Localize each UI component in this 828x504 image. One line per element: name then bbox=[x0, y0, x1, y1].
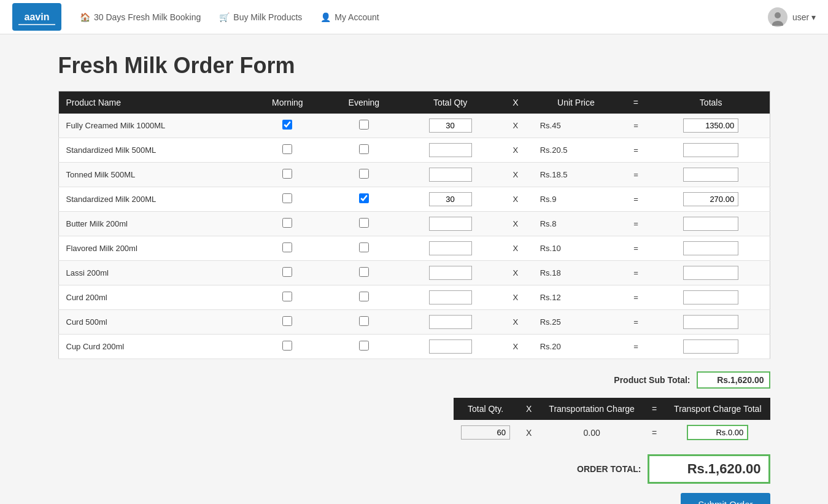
morning-checkbox[interactable] bbox=[282, 316, 292, 326]
username-label[interactable]: user ▾ bbox=[792, 12, 816, 22]
aavin-logo[interactable]: aavin bbox=[12, 3, 61, 31]
morning-cell bbox=[249, 236, 326, 261]
evening-cell bbox=[326, 163, 403, 187]
col-total-qty: Total Qty bbox=[402, 91, 498, 114]
evening-checkbox[interactable] bbox=[359, 169, 369, 179]
qty-input[interactable] bbox=[429, 143, 472, 157]
evening-checkbox[interactable] bbox=[359, 292, 369, 301]
evening-cell bbox=[326, 212, 403, 236]
nav-my-account[interactable]: 👤 My Account bbox=[320, 12, 379, 22]
total-input[interactable] bbox=[683, 118, 738, 133]
table-header: Product Name Morning Evening Total Qty X… bbox=[58, 91, 770, 114]
qty-input[interactable] bbox=[429, 118, 472, 133]
total-input[interactable] bbox=[683, 315, 738, 329]
nav-links: 🏠 30 Days Fresh Milk Booking 🛒 Buy Milk … bbox=[80, 12, 768, 22]
morning-checkbox[interactable] bbox=[282, 267, 292, 277]
eq-cell: = bbox=[619, 163, 652, 187]
qty-input[interactable] bbox=[429, 241, 472, 255]
morning-cell bbox=[249, 163, 326, 187]
x-cell: X bbox=[498, 236, 533, 261]
qty-input[interactable] bbox=[429, 339, 472, 354]
morning-checkbox[interactable] bbox=[282, 120, 292, 130]
transport-table: Total Qty. X Transportation Charge = Tra… bbox=[454, 398, 770, 445]
transport-total-input[interactable] bbox=[687, 425, 748, 440]
col-morning: Morning bbox=[249, 91, 326, 114]
qty-input[interactable] bbox=[429, 315, 472, 329]
subtotal-value[interactable] bbox=[697, 371, 770, 389]
nav-fresh-milk-label: 30 Days Fresh Milk Booking bbox=[94, 12, 201, 22]
product-name-cell: Cup Curd 200ml bbox=[58, 335, 249, 359]
table-row: Fully Creamed Milk 1000MLXRs.45= bbox=[58, 114, 770, 138]
nav-buy-products[interactable]: 🛒 Buy Milk Products bbox=[219, 12, 302, 22]
total-cell bbox=[652, 236, 770, 261]
evening-checkbox[interactable] bbox=[359, 267, 369, 277]
evening-cell bbox=[326, 335, 403, 359]
nav-fresh-milk[interactable]: 🏠 30 Days Fresh Milk Booking bbox=[80, 12, 201, 22]
total-input[interactable] bbox=[683, 192, 738, 206]
qty-input[interactable] bbox=[429, 192, 472, 206]
total-input[interactable] bbox=[683, 168, 738, 182]
qty-input[interactable] bbox=[429, 290, 472, 304]
eq-cell: = bbox=[619, 138, 652, 163]
svg-text:aavin: aavin bbox=[25, 12, 50, 22]
qty-cell bbox=[402, 212, 498, 236]
evening-cell bbox=[326, 285, 403, 310]
eq-cell: = bbox=[619, 212, 652, 236]
x-cell: X bbox=[498, 261, 533, 285]
evening-checkbox[interactable] bbox=[359, 316, 369, 326]
qty-cell bbox=[402, 114, 498, 138]
x-cell: X bbox=[498, 114, 533, 138]
evening-checkbox[interactable] bbox=[359, 144, 369, 154]
eq-cell: = bbox=[619, 285, 652, 310]
qty-input[interactable] bbox=[429, 217, 472, 231]
transport-charge-cell: 0.00 bbox=[540, 420, 643, 445]
morning-checkbox[interactable] bbox=[282, 242, 292, 252]
qty-input[interactable] bbox=[429, 168, 472, 182]
total-cell bbox=[652, 163, 770, 187]
morning-checkbox[interactable] bbox=[282, 218, 292, 228]
morning-checkbox[interactable] bbox=[282, 193, 292, 203]
total-input[interactable] bbox=[683, 143, 738, 157]
evening-checkbox[interactable] bbox=[359, 218, 369, 228]
morning-checkbox[interactable] bbox=[282, 292, 292, 301]
evening-checkbox[interactable] bbox=[359, 193, 369, 203]
navbar: aavin 🏠 30 Days Fresh Milk Booking 🛒 Buy… bbox=[0, 0, 828, 34]
evening-checkbox[interactable] bbox=[359, 242, 369, 252]
total-input[interactable] bbox=[683, 241, 738, 255]
x-cell: X bbox=[498, 285, 533, 310]
morning-checkbox[interactable] bbox=[282, 144, 292, 154]
table-row: Standardized Milk 200MLXRs.9= bbox=[58, 187, 770, 212]
qty-cell bbox=[402, 236, 498, 261]
unit-price-cell: Rs.9 bbox=[533, 187, 619, 212]
table-row: Standardized Milk 500MLXRs.20.5= bbox=[58, 138, 770, 163]
morning-cell bbox=[249, 138, 326, 163]
total-input[interactable] bbox=[683, 339, 738, 354]
evening-cell bbox=[326, 261, 403, 285]
unit-price-cell: Rs.20.5 bbox=[533, 138, 619, 163]
total-cell bbox=[652, 212, 770, 236]
transport-qty-input[interactable] bbox=[461, 425, 510, 440]
total-input[interactable] bbox=[683, 266, 738, 280]
morning-checkbox[interactable] bbox=[282, 341, 292, 351]
order-total-input[interactable] bbox=[648, 454, 770, 484]
transport-row: X 0.00 = bbox=[454, 420, 770, 445]
total-cell bbox=[652, 187, 770, 212]
qty-input[interactable] bbox=[429, 266, 472, 280]
qty-cell bbox=[402, 335, 498, 359]
qty-cell bbox=[402, 187, 498, 212]
table-row: Curd 200mlXRs.12= bbox=[58, 285, 770, 310]
product-name-cell: Tonned Milk 500ML bbox=[58, 163, 249, 187]
order-total-label: ORDER TOTAL: bbox=[577, 464, 641, 474]
x-cell: X bbox=[498, 310, 533, 335]
evening-checkbox[interactable] bbox=[359, 120, 369, 130]
nav-buy-products-label: Buy Milk Products bbox=[233, 12, 302, 22]
morning-checkbox[interactable] bbox=[282, 169, 292, 179]
evening-cell bbox=[326, 138, 403, 163]
home-icon: 🏠 bbox=[80, 12, 90, 22]
evening-checkbox[interactable] bbox=[359, 341, 369, 351]
total-input[interactable] bbox=[683, 290, 738, 304]
transport-eq-cell: = bbox=[643, 420, 665, 445]
submit-order-button[interactable]: Submit Order bbox=[681, 493, 770, 504]
unit-price-cell: Rs.25 bbox=[533, 310, 619, 335]
total-input[interactable] bbox=[683, 217, 738, 231]
